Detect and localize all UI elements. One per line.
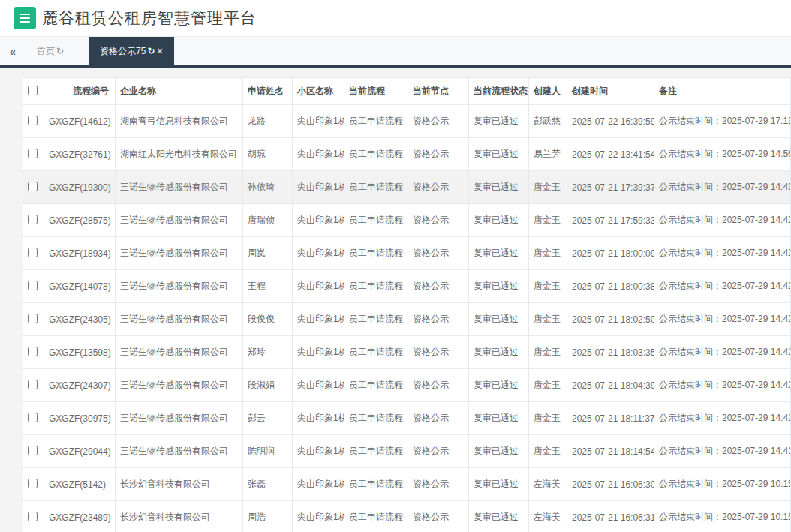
table-cell: GXGZF(28575): [44, 204, 116, 237]
menu-toggle-button[interactable]: [14, 7, 36, 29]
table-cell: 湖南红太阳光电科技有限公司: [116, 138, 243, 171]
table-row: GXGZF(32761)湖南红太阳光电科技有限公司胡琼尖山印象1栋员工申请流程资…: [23, 138, 791, 171]
table-cell: 三诺生物传感股份有限公司: [116, 336, 243, 369]
table-body: GXGZF(14612)湖南弯弓信息科技有限公司龙路尖山印象1栋员工申请流程资格…: [23, 105, 791, 532]
table-cell: 尖山印象1栋: [293, 303, 344, 336]
table-cell: 复审已通过: [469, 171, 529, 204]
table-row: GXGZF(29044)三诺生物传感股份有限公司陈明润尖山印象1栋员工申请流程资…: [23, 435, 791, 468]
table-cell: 公示结束时间：2025-07-29 14:42:55: [654, 204, 791, 237]
table-cell: 左海美: [529, 501, 567, 532]
table-cell: 唐金玉: [529, 336, 567, 369]
select-all-cell: [23, 78, 44, 105]
refresh-icon[interactable]: ↻: [56, 46, 64, 56]
table-cell: 唐金玉: [529, 270, 567, 303]
table-cell: GXGZF(13598): [44, 336, 116, 369]
row-checkbox[interactable]: [28, 116, 38, 125]
table-cell: 员工申请流程: [344, 204, 408, 237]
table-cell: GXGZF(32761): [44, 138, 116, 171]
table-cell: 左海美: [529, 468, 567, 501]
table-cell: 三诺生物传感股份有限公司: [116, 402, 243, 435]
table-cell: 三诺生物传感股份有限公司: [116, 171, 243, 204]
row-checkbox[interactable]: [28, 479, 38, 488]
row-checkbox[interactable]: [28, 347, 38, 356]
table-cell: 资格公示: [408, 402, 469, 435]
row-checkbox[interactable]: [28, 248, 38, 257]
table-cell: 资格公示: [408, 171, 469, 204]
tab-qualification-publicity[interactable]: 资格公示75 ↻ ×: [89, 37, 173, 65]
tab-qualification-label: 资格公示75: [100, 45, 146, 58]
row-checkbox[interactable]: [28, 380, 38, 389]
row-checkbox[interactable]: [28, 446, 38, 455]
table-cell: 员工申请流程: [344, 105, 408, 138]
hamburger-icon: [20, 14, 30, 23]
table-cell: 员工申请流程: [344, 468, 408, 501]
table-cell: 唐金玉: [529, 402, 567, 435]
table-cell: 资格公示: [408, 138, 469, 171]
table-cell: GXGZF(14612): [44, 105, 116, 138]
row-checkbox[interactable]: [28, 149, 38, 158]
checkbox-cell: [23, 501, 44, 532]
table-cell: 资格公示: [408, 237, 469, 270]
table-cell: 员工申请流程: [344, 303, 408, 336]
table-cell: 资格公示: [408, 204, 469, 237]
row-checkbox[interactable]: [28, 182, 38, 191]
table-cell: 复审已通过: [469, 369, 529, 402]
table-cell: 郑玲: [243, 336, 293, 369]
table-cell: 段淑娟: [243, 369, 293, 402]
content-area: 流程编号企业名称申请姓名小区名称当前流程当前节点当前流程状态创建人创建时间备注 …: [0, 68, 791, 532]
table-cell: 公示结束时间：2025-07-29 14:42:09: [654, 402, 791, 435]
table-cell: GXGZF(23489): [44, 501, 116, 532]
table-row: GXGZF(14078)三诺生物传感股份有限公司王程尖山印象1栋员工申请流程资格…: [23, 270, 791, 303]
table-cell: 尖山印象1栋: [293, 204, 344, 237]
double-chevron-left-icon: «: [10, 45, 16, 58]
table-cell: 唐金玉: [529, 171, 567, 204]
column-header: 小区名称: [293, 78, 344, 105]
tab-bar: « 首页 ↻ 资格公示75 ↻ ×: [0, 36, 791, 68]
table-cell: 资格公示: [408, 303, 469, 336]
refresh-icon[interactable]: ↻: [147, 46, 155, 56]
table-cell: 唐金玉: [529, 369, 567, 402]
row-checkbox[interactable]: [28, 413, 38, 422]
table-cell: 复审已通过: [469, 402, 529, 435]
tab-home-label: 首页: [37, 45, 55, 58]
table-cell: 易兰芳: [529, 138, 567, 171]
table-cell: 尖山印象1栋: [293, 468, 344, 501]
row-checkbox[interactable]: [28, 512, 38, 521]
table-cell: 公示结束时间：2025-07-29 14:43:03: [654, 171, 791, 204]
table-cell: 资格公示: [408, 336, 469, 369]
table-cell: 尖山印象1栋: [293, 105, 344, 138]
checkbox-cell: [23, 270, 44, 303]
checkbox-cell: [23, 336, 44, 369]
table-cell: GXGZF(30975): [44, 402, 116, 435]
close-icon[interactable]: ×: [157, 46, 162, 56]
select-all-checkbox[interactable]: [28, 86, 38, 95]
table-cell: 公示结束时间：2025-07-29 14:41:52: [654, 435, 791, 468]
table-cell: 周浩: [243, 501, 293, 532]
column-header: 创建人: [529, 78, 567, 105]
table-cell: 尖山印象1栋: [293, 435, 344, 468]
table-cell: 三诺生物传感股份有限公司: [116, 303, 243, 336]
tab-home[interactable]: 首页 ↻: [26, 37, 75, 65]
table-cell: 尖山印象1栋: [293, 171, 344, 204]
table-cell: 资格公示: [408, 270, 469, 303]
table-cell: 2025-07-22 13:41:54: [567, 138, 654, 171]
table-cell: 2025-07-21 18:00:38: [567, 270, 654, 303]
checkbox-cell: [23, 402, 44, 435]
column-header: 创建时间: [567, 78, 654, 105]
table-cell: 2025-07-21 18:04:39: [567, 369, 654, 402]
table-cell: 张磊: [243, 468, 293, 501]
table-cell: GXGZF(24307): [44, 369, 116, 402]
table-cell: 员工申请流程: [344, 435, 408, 468]
tabs-collapse-button[interactable]: «: [0, 37, 26, 65]
row-checkbox[interactable]: [28, 281, 38, 290]
table-cell: 资格公示: [408, 105, 469, 138]
table-cell: 公示结束时间：2025-07-29 10:15:21: [654, 501, 791, 532]
row-checkbox[interactable]: [28, 215, 38, 224]
column-header: 当前流程: [344, 78, 408, 105]
table-cell: 员工申请流程: [344, 369, 408, 402]
table-cell: 员工申请流程: [344, 237, 408, 270]
row-checkbox[interactable]: [28, 314, 38, 323]
table-cell: 湖南弯弓信息科技有限公司: [116, 105, 243, 138]
table-cell: 陈明润: [243, 435, 293, 468]
column-header: 申请姓名: [243, 78, 293, 105]
